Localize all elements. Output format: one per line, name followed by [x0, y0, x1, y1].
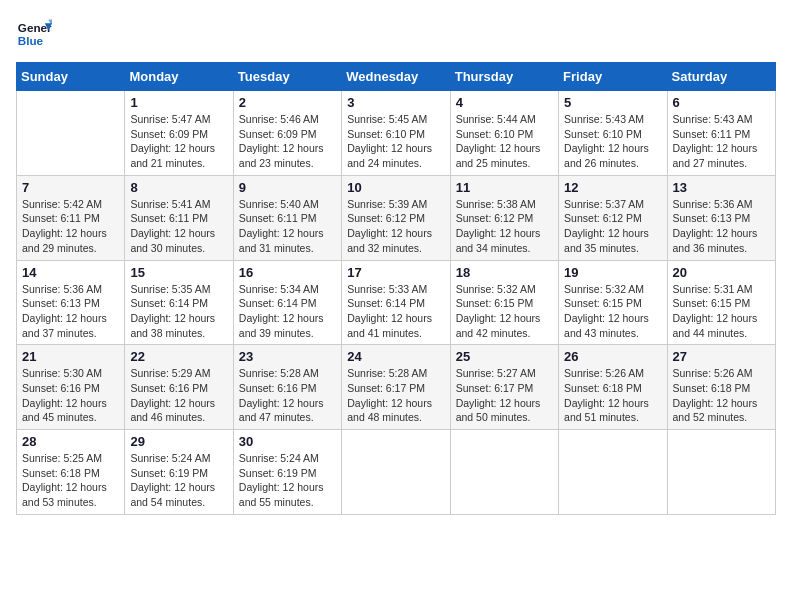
day-info: Sunrise: 5:24 AM Sunset: 6:19 PM Dayligh… [130, 451, 227, 510]
day-number: 7 [22, 180, 119, 195]
day-number: 15 [130, 265, 227, 280]
calendar-cell [450, 430, 558, 515]
day-number: 9 [239, 180, 336, 195]
calendar-cell: 27Sunrise: 5:26 AM Sunset: 6:18 PM Dayli… [667, 345, 775, 430]
calendar-cell [17, 91, 125, 176]
day-info: Sunrise: 5:43 AM Sunset: 6:10 PM Dayligh… [564, 112, 661, 171]
day-info: Sunrise: 5:42 AM Sunset: 6:11 PM Dayligh… [22, 197, 119, 256]
day-number: 28 [22, 434, 119, 449]
calendar-cell: 29Sunrise: 5:24 AM Sunset: 6:19 PM Dayli… [125, 430, 233, 515]
day-number: 12 [564, 180, 661, 195]
calendar-cell: 3Sunrise: 5:45 AM Sunset: 6:10 PM Daylig… [342, 91, 450, 176]
day-number: 23 [239, 349, 336, 364]
day-number: 24 [347, 349, 444, 364]
calendar-cell: 28Sunrise: 5:25 AM Sunset: 6:18 PM Dayli… [17, 430, 125, 515]
week-row-3: 21Sunrise: 5:30 AM Sunset: 6:16 PM Dayli… [17, 345, 776, 430]
day-number: 2 [239, 95, 336, 110]
header-thursday: Thursday [450, 63, 558, 91]
day-info: Sunrise: 5:36 AM Sunset: 6:13 PM Dayligh… [22, 282, 119, 341]
day-number: 5 [564, 95, 661, 110]
header-friday: Friday [559, 63, 667, 91]
calendar-cell: 22Sunrise: 5:29 AM Sunset: 6:16 PM Dayli… [125, 345, 233, 430]
day-number: 3 [347, 95, 444, 110]
calendar-cell [342, 430, 450, 515]
calendar-cell: 24Sunrise: 5:28 AM Sunset: 6:17 PM Dayli… [342, 345, 450, 430]
day-number: 20 [673, 265, 770, 280]
calendar-cell: 11Sunrise: 5:38 AM Sunset: 6:12 PM Dayli… [450, 175, 558, 260]
calendar-cell: 19Sunrise: 5:32 AM Sunset: 6:15 PM Dayli… [559, 260, 667, 345]
logo: General Blue [16, 16, 56, 52]
calendar-cell: 20Sunrise: 5:31 AM Sunset: 6:15 PM Dayli… [667, 260, 775, 345]
day-info: Sunrise: 5:34 AM Sunset: 6:14 PM Dayligh… [239, 282, 336, 341]
day-info: Sunrise: 5:41 AM Sunset: 6:11 PM Dayligh… [130, 197, 227, 256]
day-number: 11 [456, 180, 553, 195]
day-info: Sunrise: 5:29 AM Sunset: 6:16 PM Dayligh… [130, 366, 227, 425]
calendar-cell: 18Sunrise: 5:32 AM Sunset: 6:15 PM Dayli… [450, 260, 558, 345]
calendar-cell: 25Sunrise: 5:27 AM Sunset: 6:17 PM Dayli… [450, 345, 558, 430]
calendar-cell: 15Sunrise: 5:35 AM Sunset: 6:14 PM Dayli… [125, 260, 233, 345]
day-number: 4 [456, 95, 553, 110]
week-row-2: 14Sunrise: 5:36 AM Sunset: 6:13 PM Dayli… [17, 260, 776, 345]
day-info: Sunrise: 5:39 AM Sunset: 6:12 PM Dayligh… [347, 197, 444, 256]
day-number: 22 [130, 349, 227, 364]
calendar-cell: 23Sunrise: 5:28 AM Sunset: 6:16 PM Dayli… [233, 345, 341, 430]
day-info: Sunrise: 5:37 AM Sunset: 6:12 PM Dayligh… [564, 197, 661, 256]
day-info: Sunrise: 5:35 AM Sunset: 6:14 PM Dayligh… [130, 282, 227, 341]
calendar-cell: 2Sunrise: 5:46 AM Sunset: 6:09 PM Daylig… [233, 91, 341, 176]
header-tuesday: Tuesday [233, 63, 341, 91]
svg-text:Blue: Blue [18, 34, 44, 47]
page-header: General Blue [16, 16, 776, 52]
day-info: Sunrise: 5:28 AM Sunset: 6:16 PM Dayligh… [239, 366, 336, 425]
day-info: Sunrise: 5:27 AM Sunset: 6:17 PM Dayligh… [456, 366, 553, 425]
calendar-cell: 6Sunrise: 5:43 AM Sunset: 6:11 PM Daylig… [667, 91, 775, 176]
header-wednesday: Wednesday [342, 63, 450, 91]
week-row-0: 1Sunrise: 5:47 AM Sunset: 6:09 PM Daylig… [17, 91, 776, 176]
day-number: 18 [456, 265, 553, 280]
calendar-cell [559, 430, 667, 515]
day-info: Sunrise: 5:31 AM Sunset: 6:15 PM Dayligh… [673, 282, 770, 341]
day-number: 26 [564, 349, 661, 364]
logo-icon: General Blue [16, 16, 52, 52]
calendar-cell: 21Sunrise: 5:30 AM Sunset: 6:16 PM Dayli… [17, 345, 125, 430]
calendar-cell: 13Sunrise: 5:36 AM Sunset: 6:13 PM Dayli… [667, 175, 775, 260]
calendar-cell: 5Sunrise: 5:43 AM Sunset: 6:10 PM Daylig… [559, 91, 667, 176]
calendar-cell: 26Sunrise: 5:26 AM Sunset: 6:18 PM Dayli… [559, 345, 667, 430]
calendar-cell: 30Sunrise: 5:24 AM Sunset: 6:19 PM Dayli… [233, 430, 341, 515]
day-info: Sunrise: 5:30 AM Sunset: 6:16 PM Dayligh… [22, 366, 119, 425]
day-info: Sunrise: 5:32 AM Sunset: 6:15 PM Dayligh… [456, 282, 553, 341]
calendar-cell: 8Sunrise: 5:41 AM Sunset: 6:11 PM Daylig… [125, 175, 233, 260]
calendar-cell: 9Sunrise: 5:40 AM Sunset: 6:11 PM Daylig… [233, 175, 341, 260]
day-number: 19 [564, 265, 661, 280]
week-row-1: 7Sunrise: 5:42 AM Sunset: 6:11 PM Daylig… [17, 175, 776, 260]
calendar-cell: 10Sunrise: 5:39 AM Sunset: 6:12 PM Dayli… [342, 175, 450, 260]
day-info: Sunrise: 5:40 AM Sunset: 6:11 PM Dayligh… [239, 197, 336, 256]
calendar-header-row: SundayMondayTuesdayWednesdayThursdayFrid… [17, 63, 776, 91]
calendar-cell: 14Sunrise: 5:36 AM Sunset: 6:13 PM Dayli… [17, 260, 125, 345]
day-info: Sunrise: 5:24 AM Sunset: 6:19 PM Dayligh… [239, 451, 336, 510]
svg-text:General: General [18, 21, 52, 34]
day-number: 13 [673, 180, 770, 195]
header-saturday: Saturday [667, 63, 775, 91]
header-sunday: Sunday [17, 63, 125, 91]
day-info: Sunrise: 5:32 AM Sunset: 6:15 PM Dayligh… [564, 282, 661, 341]
day-number: 17 [347, 265, 444, 280]
day-number: 25 [456, 349, 553, 364]
day-number: 30 [239, 434, 336, 449]
calendar-cell: 16Sunrise: 5:34 AM Sunset: 6:14 PM Dayli… [233, 260, 341, 345]
day-info: Sunrise: 5:38 AM Sunset: 6:12 PM Dayligh… [456, 197, 553, 256]
day-number: 1 [130, 95, 227, 110]
day-number: 16 [239, 265, 336, 280]
day-info: Sunrise: 5:36 AM Sunset: 6:13 PM Dayligh… [673, 197, 770, 256]
calendar-cell: 7Sunrise: 5:42 AM Sunset: 6:11 PM Daylig… [17, 175, 125, 260]
day-info: Sunrise: 5:43 AM Sunset: 6:11 PM Dayligh… [673, 112, 770, 171]
calendar-cell: 12Sunrise: 5:37 AM Sunset: 6:12 PM Dayli… [559, 175, 667, 260]
calendar-cell: 17Sunrise: 5:33 AM Sunset: 6:14 PM Dayli… [342, 260, 450, 345]
week-row-4: 28Sunrise: 5:25 AM Sunset: 6:18 PM Dayli… [17, 430, 776, 515]
day-info: Sunrise: 5:26 AM Sunset: 6:18 PM Dayligh… [564, 366, 661, 425]
header-monday: Monday [125, 63, 233, 91]
day-number: 10 [347, 180, 444, 195]
day-number: 21 [22, 349, 119, 364]
day-number: 6 [673, 95, 770, 110]
calendar-body: 1Sunrise: 5:47 AM Sunset: 6:09 PM Daylig… [17, 91, 776, 515]
calendar-cell: 1Sunrise: 5:47 AM Sunset: 6:09 PM Daylig… [125, 91, 233, 176]
